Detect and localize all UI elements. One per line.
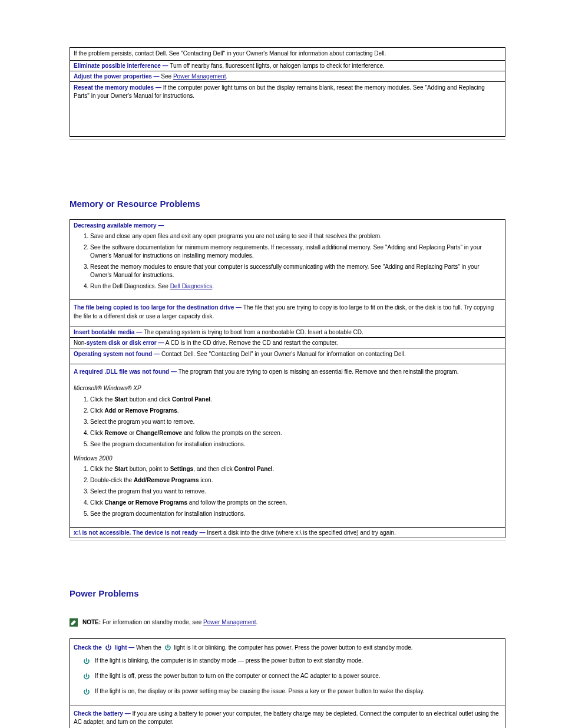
list-item: Click the Start button and click Control…	[90, 396, 501, 404]
section-title-power: Power Problems	[70, 588, 562, 601]
power-icon	[105, 644, 112, 653]
power-management-link[interactable]: Power Management	[203, 619, 256, 625]
row-text: The operating system is trying to boot f…	[144, 329, 363, 335]
list-item: Click Change or Remove Programs and foll…	[90, 499, 501, 507]
list-item: Run the Dell Diagnostics. See Dell Diagn…	[90, 282, 501, 291]
row-lead: Decreasing available memory —	[74, 222, 164, 229]
list-item: Save and close any open files and exit a…	[90, 232, 501, 241]
row-text: Contact Dell. See "Contacting Dell" in y…	[161, 351, 406, 357]
lockup-troubleshooting-table: If the problem persists, contact Dell. S…	[70, 47, 505, 137]
row-lead: The file being copied is too large for t…	[74, 304, 242, 311]
row-text: The program that you are trying to open …	[178, 368, 459, 375]
power-icon	[83, 687, 90, 696]
list-item: If the light is off, press the power but…	[82, 671, 501, 681]
row-text: Insert a disk into the drive (where x:\ …	[207, 529, 396, 536]
power-bullets: If the light is blinking, the computer i…	[74, 656, 501, 696]
row-lead: x:\ is not accessible. The device is not…	[74, 529, 205, 536]
row-lead: system disk or disk error —	[87, 340, 164, 346]
power-icon	[164, 644, 171, 653]
power-management-link[interactable]: Power Management	[173, 73, 226, 80]
dell-diagnostics-link[interactable]: Dell Diagnostics	[170, 283, 213, 289]
list-item: See the software documentation for minim…	[90, 243, 501, 260]
list-item: See the program documentation for instal…	[90, 510, 501, 518]
steps-list: Save and close any open files and exit a…	[74, 232, 501, 291]
list-item: Click Remove or Change/Remove and follow…	[90, 429, 501, 437]
list-item: If the light is on, the display or its p…	[82, 687, 501, 696]
note-label: NOTE:	[82, 619, 101, 625]
row-lead: Operating system not found —	[74, 351, 160, 357]
row-lead-mid: light —	[114, 644, 134, 651]
steps-list-2000: Click the Start button, point to Setting…	[74, 465, 501, 518]
row-lead: Insert bootable media —	[74, 329, 142, 335]
section-title-memory: Memory or Resource Problems	[70, 199, 562, 211]
steps-list-xp: Click the Start button and click Control…	[74, 396, 501, 449]
row-lead: Adjust the power properties —	[74, 73, 160, 80]
list-item: If the light is blinking, the computer i…	[82, 656, 501, 666]
note-row: NOTE: For information on standby mode, s…	[70, 618, 505, 627]
list-item: Select the program that you want to remo…	[90, 487, 501, 496]
row-text: Turn off nearby fans, fluorescent lights…	[170, 62, 385, 69]
row-lead-pre: Non-	[74, 340, 87, 346]
row-lead: Reseat the memory modules —	[74, 84, 161, 91]
row-text: A CD is in the CD drive. Remove the CD a…	[166, 340, 338, 346]
list-item: See the program documentation for instal…	[90, 440, 501, 449]
power-icon	[83, 671, 90, 681]
note-pencil-icon	[70, 618, 78, 627]
list-item: Select the program you want to remove.	[90, 418, 501, 426]
row-lead: Eliminate possible interference —	[74, 62, 168, 69]
power-icon	[83, 656, 90, 666]
list-item: Click Add or Remove Programs.	[90, 407, 501, 415]
row-lead-pre: Check the	[74, 644, 104, 651]
list-item: Click the Start button, point to Setting…	[90, 465, 501, 473]
row-text: If the problem persists, contact Dell. S…	[74, 50, 386, 57]
power-troubleshooting-table: Check the light — When the light is lit …	[70, 638, 505, 728]
list-item: Double-click the Add/Remove Programs ico…	[90, 476, 501, 485]
list-item: Reseat the memory modules to ensure that…	[90, 263, 501, 279]
row-text: See	[161, 73, 173, 80]
memory-troubleshooting-table: Decreasing available memory — Save and c…	[70, 219, 505, 539]
row-text: If you are using a battery to power your…	[74, 710, 499, 726]
row-lead: A required .DLL file was not found —	[74, 368, 177, 375]
row-lead: Check the battery —	[74, 710, 131, 717]
